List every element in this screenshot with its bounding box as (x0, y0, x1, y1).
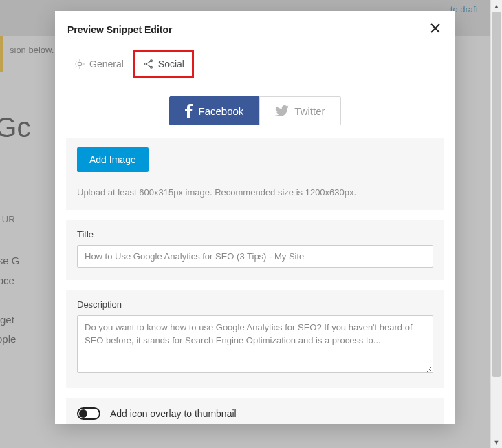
share-icon (143, 58, 154, 70)
image-hint: Upload at least 600x315px image. Recomme… (77, 187, 433, 198)
svg-point-2 (150, 66, 152, 68)
tab-social-label: Social (158, 58, 184, 70)
modal-header: Preview Snippet Editor (55, 11, 455, 47)
platform-twitter-label: Twitter (294, 105, 325, 117)
overlay-toggle[interactable] (77, 407, 100, 420)
close-button[interactable] (428, 21, 443, 39)
platform-facebook-label: Facebook (198, 105, 243, 117)
platform-toggle: Facebook Twitter (66, 96, 444, 125)
platform-facebook-button[interactable]: Facebook (169, 96, 259, 125)
tab-general[interactable]: General (65, 47, 133, 81)
tabs: General Social (55, 47, 455, 81)
overlay-panel: Add icon overlay to thumbnail (66, 398, 444, 424)
vertical-scrollbar[interactable]: ▲ ▼ (490, 0, 502, 448)
description-panel: Description (66, 290, 444, 388)
scroll-track[interactable] (491, 12, 502, 436)
description-label: Description (77, 299, 433, 310)
modal-content: Facebook Twitter Add Image Upload at lea… (55, 81, 455, 424)
scroll-thumb[interactable] (492, 12, 501, 377)
gear-icon (74, 58, 85, 70)
tab-general-label: General (89, 58, 124, 70)
overlay-toggle-label: Add icon overlay to thumbnail (110, 408, 237, 419)
image-panel: Add Image Upload at least 600x315px imag… (66, 138, 444, 210)
title-panel: Title (66, 220, 444, 280)
description-textarea[interactable] (77, 315, 433, 373)
twitter-icon (275, 105, 289, 116)
scroll-up-arrow[interactable]: ▲ (491, 0, 502, 12)
facebook-icon (185, 104, 193, 118)
svg-point-1 (144, 63, 146, 65)
add-image-button[interactable]: Add Image (77, 147, 149, 172)
scroll-down-arrow[interactable]: ▼ (491, 436, 502, 448)
title-input[interactable] (77, 245, 433, 268)
svg-point-0 (150, 60, 152, 62)
close-icon (429, 22, 441, 34)
modal-title: Preview Snippet Editor (67, 24, 172, 35)
platform-twitter-button[interactable]: Twitter (259, 96, 340, 125)
tab-social[interactable]: Social (133, 50, 194, 78)
title-label: Title (77, 229, 433, 239)
preview-snippet-modal: Preview Snippet Editor General Social Fa… (55, 11, 455, 424)
